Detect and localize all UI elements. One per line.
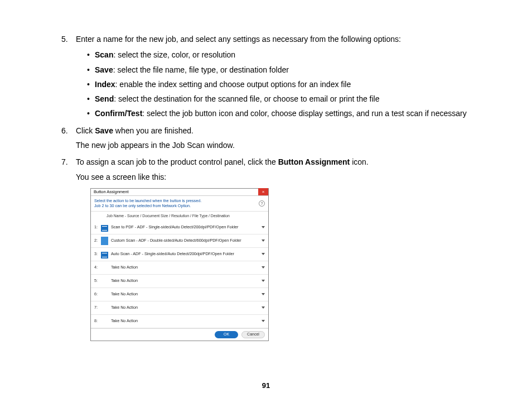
bullet-save: Save: select the file name, file type, o… — [87, 64, 471, 75]
bullet-index: Index: enable the index setting and choo… — [87, 79, 471, 90]
job-row-1[interactable]: 1: Scan to PDF - ADF - Single-sided/Auto… — [91, 221, 268, 234]
dialog-instruction-row: Select the action to be launched when th… — [91, 196, 268, 212]
dialog-column-header: Job Name - Source / Document Size / Reso… — [91, 212, 268, 221]
chevron-down-icon[interactable] — [262, 253, 265, 255]
document-body: 5. Enter a name for the new job, and sel… — [0, 0, 532, 341]
step-number: 6. — [61, 125, 68, 136]
step-number: 5. — [61, 33, 68, 45]
step-text-a: To assign a scan job to the product cont… — [76, 157, 278, 166]
document-icon — [101, 237, 108, 245]
chevron-down-icon[interactable] — [262, 226, 265, 228]
cancel-button[interactable]: Cancel — [241, 331, 265, 338]
job-row-6[interactable]: 6: Take No Action — [91, 288, 268, 301]
help-icon[interactable]: ? — [259, 200, 265, 207]
chevron-down-icon[interactable] — [262, 239, 265, 242]
dialog-instruction: Select the action to be launched when th… — [94, 198, 201, 209]
steps-list: 5. Enter a name for the new job, and sel… — [61, 33, 471, 341]
button-assignment-dialog: Button Assignment × Select the action to… — [90, 188, 269, 341]
chevron-down-icon[interactable] — [262, 266, 265, 269]
chevron-down-icon[interactable] — [262, 293, 265, 295]
bullet-scan: Scan: select the size, color, or resolut… — [87, 49, 471, 60]
step-5: 5. Enter a name for the new job, and sel… — [61, 33, 471, 119]
step-text-b: icon. — [350, 157, 368, 166]
dialog-title: Button Assignment — [94, 189, 129, 195]
chevron-down-icon[interactable] — [262, 320, 265, 322]
page-number: 91 — [0, 381, 532, 390]
chevron-down-icon[interactable] — [262, 280, 265, 282]
step-7: 7. To assign a scan job to the product c… — [61, 156, 471, 341]
step-6-para: The new job appears in the Job Scan wind… — [76, 140, 471, 151]
document-icon — [101, 250, 108, 258]
step-bold: Button Assignment — [278, 157, 350, 166]
close-icon[interactable]: × — [258, 188, 268, 195]
job-row-5[interactable]: 5: Take No Action — [91, 275, 268, 288]
bullet-confirm-test: Confirm/Test: select the job button icon… — [87, 108, 471, 119]
step-number: 7. — [61, 156, 68, 167]
job-row-8[interactable]: 8: Take No Action — [91, 315, 268, 328]
step-bold: Save — [95, 126, 113, 135]
job-row-2[interactable]: 2: Custom Scan - ADF - Double-sided/Auto… — [91, 234, 268, 248]
step-6: 6. Click Save when you are finished. The… — [61, 125, 471, 151]
ok-button[interactable]: OK — [215, 331, 238, 338]
document-icon — [101, 223, 108, 232]
bullet-send: Send: select the destination for the sca… — [87, 93, 471, 104]
step-text-a: Click — [76, 126, 95, 135]
step-text: Enter a name for the new job, and select… — [76, 35, 401, 44]
step-text-b: when you are finished. — [113, 126, 194, 135]
dialog-title-bar: Button Assignment × — [91, 189, 268, 196]
job-row-4[interactable]: 4: Take No Action — [91, 261, 268, 275]
dialog-button-row: OK Cancel — [91, 328, 268, 341]
step-7-para: You see a screen like this: — [76, 171, 471, 183]
chevron-down-icon[interactable] — [262, 306, 265, 309]
job-row-7[interactable]: 7: Take No Action — [91, 301, 268, 315]
step-5-bullets: Scan: select the size, color, or resolut… — [76, 49, 471, 119]
job-row-3[interactable]: 3: Auto Scan - ADF - Single-sided/Auto D… — [91, 248, 268, 261]
